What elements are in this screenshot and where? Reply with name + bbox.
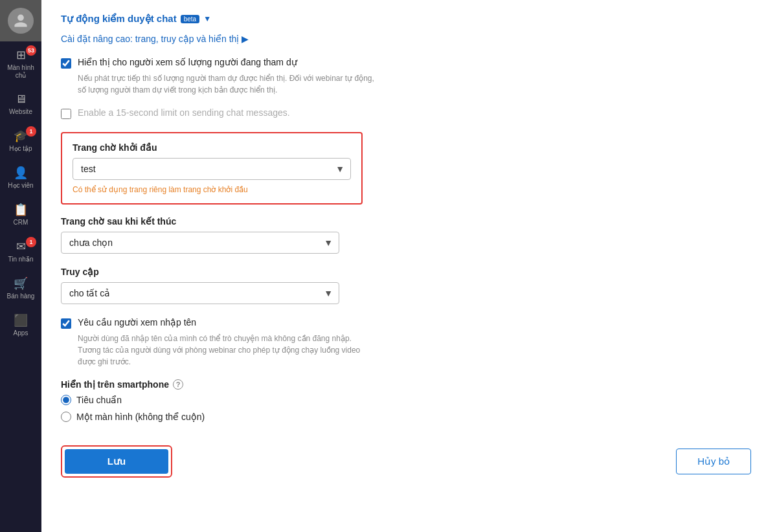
notification-badge: 53 (26, 45, 36, 56)
waiting-room-start-select[interactable]: test chưa chọn (73, 158, 351, 180)
notification-badge: 1 (26, 126, 36, 137)
sidebar-item-crm[interactable]: 📋 CRM (0, 196, 41, 233)
home-icon: ⊞ (16, 48, 26, 62)
require-name-checkbox[interactable] (61, 318, 71, 329)
apps-icon: ⬛ (14, 313, 28, 327)
website-icon: 🖥 (15, 93, 27, 106)
auto-review-header[interactable]: Tự động kiểm duyệt chat beta ▼ (61, 13, 751, 25)
show-attendees-helper: Nếu phát trực tiếp thì số lượng người th… (78, 72, 751, 96)
chat-limit-label: Enable a 15-second limit on sending chat… (78, 107, 290, 118)
smartphone-radio-group: Tiêu chuẩn Một màn hình (không thể cuộn) (61, 395, 751, 422)
help-icon[interactable]: ? (173, 379, 183, 390)
radio-one-screen[interactable] (61, 412, 71, 422)
waiting-room-start-box: Trang chờ khởi đầu test chưa chọn ▼ Có t… (61, 132, 363, 205)
waiting-room-end-label: Trang chờ sau khi kết thúc (61, 216, 751, 227)
sidebar-item-label: CRM (14, 219, 28, 227)
sidebar-item-apps[interactable]: ⬛ Apps (0, 307, 41, 344)
radio-one-screen-label: Một màn hình (không thể cuộn) (76, 412, 205, 422)
sidebar-item-label: Website (9, 108, 32, 116)
advanced-settings-link[interactable]: Cài đặt nâng cao: trang, truy cập và hiể… (61, 34, 751, 44)
show-attendees-section: Hiển thị cho người xem số lượng người đa… (61, 57, 751, 96)
sidebar-item-tin-nhan[interactable]: 1 ✉ Tin nhắn (0, 233, 41, 270)
sidebar-item-label: Học tập (9, 145, 32, 153)
student-icon: 👤 (14, 166, 28, 180)
radio-standard-label: Tiêu chuẩn (76, 395, 122, 405)
notification-badge: 1 (26, 237, 36, 247)
radio-standard[interactable] (61, 395, 71, 405)
avatar (0, 0, 41, 41)
waiting-room-end-select-wrapper: chưa chọn ▼ (61, 232, 339, 254)
sidebar-item-label: Apps (14, 329, 28, 337)
sidebar-item-hoc-vien[interactable]: 👤 Học viên (0, 159, 41, 196)
access-label: Truy cập (61, 267, 751, 277)
save-button-wrapper: Lưu (61, 445, 172, 478)
require-name-label: Yêu cầu người xem nhập tên (78, 317, 196, 327)
access-select-wrapper: cho tất cả đăng nhập ▼ (61, 282, 339, 304)
header-title: Tự động kiểm duyệt chat (61, 13, 177, 25)
save-button[interactable]: Lưu (65, 449, 168, 474)
show-attendees-label: Hiển thị cho người xem số lượng người đa… (78, 57, 297, 67)
sidebar-item-label: Tin nhắn (8, 256, 34, 263)
sidebar-item-label: Bán hàng (7, 293, 35, 300)
sidebar-item-ban-hang[interactable]: 🛒 Bán hàng (0, 270, 41, 307)
waiting-room-end-select[interactable]: chưa chọn (61, 232, 339, 254)
chat-limit-checkbox[interactable] (61, 109, 71, 119)
waiting-room-start-hint: Có thể sử dụng trang riêng làm trang chờ… (73, 185, 351, 194)
advanced-link-text: Cài đặt nâng cao: trang, truy cập và hiể… (61, 34, 239, 44)
sidebar-item-hoc-tap[interactable]: 1 🎓 Học tập (0, 122, 41, 159)
waiting-room-start-label: Trang chờ khởi đầu (73, 142, 351, 153)
require-name-helper: Người dùng đã nhập tên của mình có thể t… (78, 333, 751, 368)
beta-badge: beta (181, 15, 199, 23)
sidebar-item-label: Màn hình chủ (7, 64, 34, 80)
require-name-section: Yêu cầu người xem nhập tên Người dùng đã… (61, 317, 751, 368)
sidebar-item-label: Học viên (8, 182, 33, 190)
message-icon: ✉ (16, 239, 26, 254)
smartphone-display-section: Hiển thị trên smartphone ? Tiêu chuẩn Mộ… (61, 379, 751, 422)
chevron-down-icon: ▼ (203, 14, 211, 23)
chat-limit-section: Enable a 15-second limit on sending chat… (61, 107, 751, 119)
arrow-right-icon: ▶ (242, 34, 249, 44)
sidebar-item-website[interactable]: 🖥 Website (0, 86, 41, 122)
radio-row-one-screen: Một màn hình (không thể cuộn) (61, 412, 751, 422)
radio-row-standard: Tiêu chuẩn (61, 395, 751, 405)
main-content: Tự động kiểm duyệt chat beta ▼ Cài đặt n… (41, 0, 777, 532)
sales-icon: 🛒 (14, 276, 28, 291)
show-attendees-checkbox[interactable] (61, 58, 71, 69)
sidebar-item-man-hinh-chu[interactable]: 53 ⊞ Màn hình chủ (0, 41, 41, 86)
sidebar: 53 ⊞ Màn hình chủ 🖥 Website 1 🎓 Học tập … (0, 0, 41, 532)
crm-icon: 📋 (14, 203, 28, 217)
waiting-room-end-section: Trang chờ sau khi kết thúc chưa chọn ▼ (61, 216, 751, 254)
cancel-button[interactable]: Hủy bỏ (676, 449, 751, 474)
access-section: Truy cập cho tất cả đăng nhập ▼ (61, 267, 751, 304)
access-select[interactable]: cho tất cả đăng nhập (61, 282, 339, 304)
waiting-room-start-select-wrapper: test chưa chọn ▼ (73, 158, 351, 180)
footer-bar: Lưu Hủy bỏ (61, 435, 751, 478)
smartphone-label: Hiển thị trên smartphone ? (61, 379, 751, 390)
